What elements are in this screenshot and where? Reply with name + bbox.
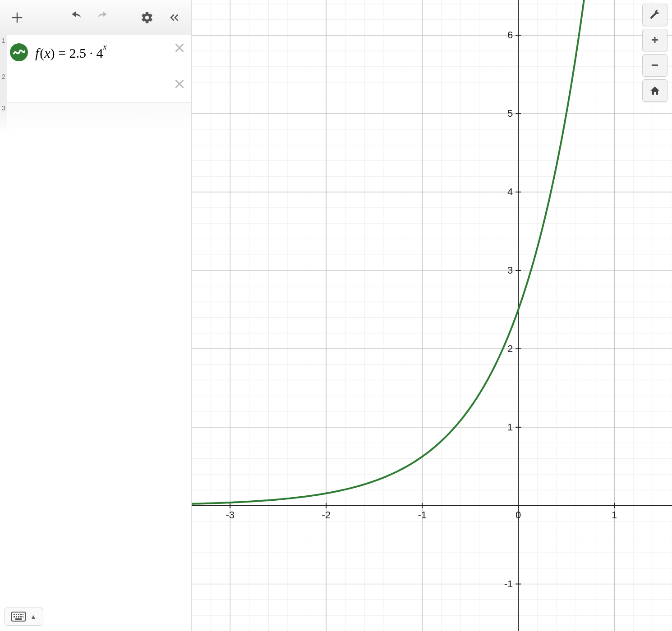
collapse-panel-button[interactable] xyxy=(161,4,188,31)
svg-text:-1: -1 xyxy=(418,509,427,521)
graph-area[interactable]: -3-2-101-1123456 + − xyxy=(192,0,672,631)
expression-row[interactable]: 3 xyxy=(0,103,191,134)
svg-text:-1: -1 xyxy=(504,578,513,590)
undo-button[interactable] xyxy=(62,4,89,31)
svg-text:5: 5 xyxy=(507,108,513,119)
row-number: 2 xyxy=(2,73,5,80)
settings-button[interactable] xyxy=(133,4,161,31)
delete-expression-button[interactable] xyxy=(171,40,188,56)
svg-rect-8 xyxy=(18,616,19,617)
expression-panel: 1 f (x) = 2.5 · 4x 2 xyxy=(0,0,192,631)
delete-expression-button[interactable] xyxy=(171,76,188,92)
svg-text:6: 6 xyxy=(507,29,513,41)
row-number-col: 2 xyxy=(0,71,7,102)
zoom-out-button[interactable]: − xyxy=(642,54,667,77)
home-button[interactable] xyxy=(642,79,667,102)
graph-canvas[interactable]: -3-2-101-1123456 xyxy=(192,0,672,631)
add-expression-button[interactable] xyxy=(4,4,31,31)
row-number-col: 1 xyxy=(0,35,7,71)
chevron-up-icon: ▲ xyxy=(30,613,37,620)
row-icon-col xyxy=(7,103,31,134)
redo-button[interactable] xyxy=(89,4,116,31)
svg-rect-7 xyxy=(16,616,17,617)
keypad-toggle-button[interactable]: ▲ xyxy=(5,608,43,626)
keyboard-icon xyxy=(11,612,26,622)
row-number: 3 xyxy=(2,105,5,112)
svg-rect-6 xyxy=(14,616,15,617)
minus-icon: − xyxy=(651,58,658,73)
svg-rect-11 xyxy=(15,618,22,620)
wrench-icon xyxy=(649,9,660,20)
svg-rect-4 xyxy=(20,614,22,615)
svg-text:2: 2 xyxy=(507,343,513,354)
expression-row[interactable]: 1 f (x) = 2.5 · 4x xyxy=(0,35,191,71)
home-icon xyxy=(649,85,660,96)
row-icon-col xyxy=(7,35,31,71)
svg-text:1: 1 xyxy=(612,509,617,521)
zoom-in-button[interactable]: + xyxy=(642,29,667,51)
expression-input[interactable]: f (x) = 2.5 · 4x xyxy=(31,35,191,71)
svg-text:0: 0 xyxy=(516,509,521,521)
svg-text:3: 3 xyxy=(507,265,513,276)
row-icon-col xyxy=(7,71,31,102)
svg-rect-3 xyxy=(18,614,19,615)
svg-rect-10 xyxy=(23,616,23,617)
svg-text:-3: -3 xyxy=(226,509,235,521)
expression-input[interactable] xyxy=(31,103,191,134)
expression-toolbar xyxy=(0,0,191,35)
graph-controls: + − xyxy=(642,4,667,102)
expression-list: 1 f (x) = 2.5 · 4x 2 xyxy=(0,35,191,631)
function-color-badge[interactable] xyxy=(10,43,28,61)
plus-icon: + xyxy=(651,33,658,47)
row-number-col: 3 xyxy=(0,103,7,134)
row-number: 1 xyxy=(2,37,5,44)
expression-row[interactable]: 2 xyxy=(0,71,191,103)
expression-input[interactable] xyxy=(31,71,191,102)
svg-rect-2 xyxy=(16,614,17,615)
svg-rect-1 xyxy=(14,614,15,615)
svg-rect-9 xyxy=(20,616,22,617)
graph-settings-button[interactable] xyxy=(642,4,667,26)
svg-text:1: 1 xyxy=(507,421,513,433)
svg-text:-2: -2 xyxy=(322,509,331,521)
svg-text:4: 4 xyxy=(507,186,513,197)
svg-rect-5 xyxy=(23,614,23,615)
